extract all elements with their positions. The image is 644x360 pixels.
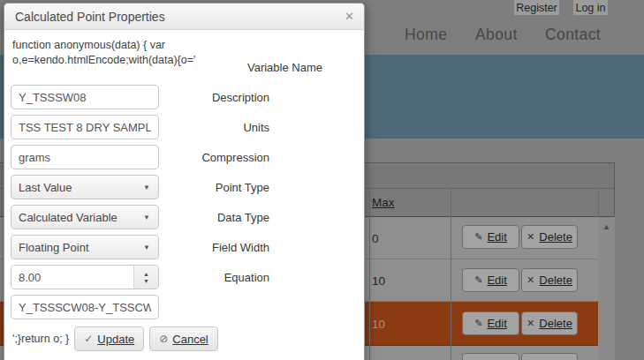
pencil-icon: ✎ — [474, 274, 482, 286]
equation-label: Equation — [224, 271, 269, 284]
data-type-dropdown[interactable]: Floating Point ▼ — [11, 235, 159, 259]
dialog-titlebar[interactable]: Calculated Point Properties ✕ — [4, 4, 364, 30]
spinner-up-icon[interactable]: ▲ — [143, 271, 149, 277]
edit-button[interactable]: ✎ Edit — [462, 311, 519, 335]
edit-button[interactable]: ✎ Edit — [462, 353, 519, 360]
description-label: Description — [212, 91, 269, 104]
check-icon: ✓ — [84, 333, 93, 345]
nav-contact[interactable]: Contact — [545, 26, 601, 44]
variable-name-label: Variable Name — [162, 61, 322, 74]
field-row: Description — [11, 85, 360, 109]
delete-button[interactable]: ✕ Delete — [521, 353, 578, 360]
field-row: Compression — [11, 145, 360, 169]
register-button[interactable]: Register — [514, 0, 559, 15]
dropdown-value: Floating Point — [19, 241, 89, 254]
data-type-label: Data Type — [217, 211, 269, 224]
screen: Register Log in Home About Contact Max 0… — [0, 0, 644, 360]
compression-label: Compression — [201, 151, 269, 164]
x-icon: ✕ — [527, 318, 534, 329]
cancel-button[interactable]: ⊘ Cancel — [149, 326, 218, 351]
scroll-up-icon[interactable]: ▲ — [598, 222, 615, 231]
max-cell: 0 — [372, 231, 379, 244]
field-width-input[interactable] — [11, 266, 133, 289]
cancel-icon: ⊘ — [159, 333, 168, 345]
dialog-footer: ';}return o; } ✓ Update ⊘ Cancel — [12, 326, 218, 351]
chevron-down-icon: ▼ — [143, 184, 150, 191]
point-type-dropdown[interactable]: Calculated Variable ▼ — [11, 205, 159, 229]
template-code-suffix: ';}return o; } — [12, 333, 69, 345]
spinner-buttons[interactable]: ▲ ▼ — [133, 266, 158, 289]
chevron-down-icon: ▼ — [143, 244, 150, 251]
field-row: Calculated Variable ▼ Data Type — [11, 205, 360, 229]
field-row: Floating Point ▼ Field Width — [11, 235, 360, 259]
table-scrollbar[interactable]: ▲ — [598, 217, 615, 360]
field-width-label: Field Width — [212, 241, 269, 254]
chevron-down-icon: ▼ — [143, 214, 150, 221]
point-type-label: Point Type — [216, 181, 269, 194]
field-row: Last Value ▼ Point Type — [11, 175, 360, 199]
nav-home[interactable]: Home — [405, 26, 447, 44]
delete-button[interactable]: ✕ Delete — [521, 225, 578, 249]
field-row — [11, 295, 360, 319]
field-row: ▲ ▼ Equation — [11, 265, 360, 289]
x-icon: ✕ — [527, 274, 534, 286]
column-divider — [369, 189, 370, 360]
column-divider — [451, 189, 451, 360]
pencil-icon: ✎ — [474, 318, 482, 329]
field-width-spinner[interactable]: ▲ ▼ — [11, 265, 159, 289]
max-cell: 10 — [372, 317, 385, 330]
spinner-down-icon[interactable]: ▼ — [143, 278, 149, 284]
variable-name-input[interactable] — [11, 85, 159, 109]
pencil-icon: ✎ — [474, 231, 482, 243]
units-input[interactable] — [11, 145, 159, 169]
calculated-point-properties-dialog: Calculated Point Properties ✕ function a… — [4, 3, 365, 360]
edit-button[interactable]: ✎ Edit — [462, 268, 519, 292]
dropdown-value: Last Value — [19, 181, 72, 194]
delete-button[interactable]: ✕ Delete — [521, 311, 578, 335]
update-button[interactable]: ✓ Update — [74, 326, 144, 351]
login-button[interactable]: Log in — [573, 0, 608, 15]
delete-button[interactable]: ✕ Delete — [521, 268, 578, 292]
max-cell: 10 — [372, 274, 385, 287]
max-column-header[interactable]: Max — [372, 196, 395, 209]
dialog-title: Calculated Point Properties — [15, 10, 165, 24]
close-icon[interactable]: ✕ — [345, 11, 354, 22]
x-icon: ✕ — [527, 231, 534, 243]
description-input[interactable] — [11, 115, 159, 139]
equation-input[interactable] — [11, 295, 159, 319]
nav-about[interactable]: About — [475, 26, 518, 44]
compression-dropdown[interactable]: Last Value ▼ — [11, 175, 159, 199]
edit-button[interactable]: ✎ Edit — [462, 225, 519, 249]
field-row: Units — [11, 115, 360, 139]
dropdown-value: Calculated Variable — [19, 211, 117, 224]
units-label: Units — [243, 121, 269, 134]
